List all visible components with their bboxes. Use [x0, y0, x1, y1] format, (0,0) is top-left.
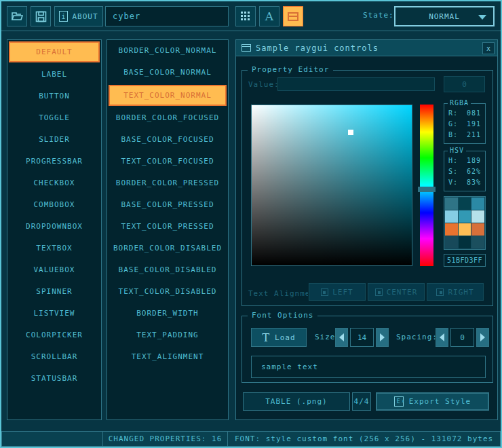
close-button[interactable]: x: [482, 42, 495, 54]
font-options-group: Font Options T Load Size: 14 Spacing: 0 …: [242, 316, 493, 383]
style-swatch-6[interactable]: [445, 223, 458, 236]
sample-text-input[interactable]: sample text: [251, 356, 486, 378]
color-picker-cursor[interactable]: [348, 130, 353, 135]
property-editor-group: Property Editor Value: 0 RGBA R:081 G:19…: [242, 70, 493, 306]
spacing-increase-button[interactable]: [476, 328, 489, 347]
control-item-label[interactable]: LABEL: [9, 64, 100, 86]
property-item-border_color_pressed[interactable]: BORDER_COLOR_PRESSED: [109, 172, 227, 194]
state-dropdown[interactable]: NORMAL: [394, 6, 495, 26]
style-swatch-1[interactable]: [459, 198, 471, 210]
s-value: 62%: [467, 166, 481, 177]
font-T-icon: T: [262, 331, 270, 344]
about-button[interactable]: i ABOUT: [54, 6, 103, 26]
align-right-button[interactable]: RIGHT: [427, 283, 484, 301]
spacing-value-box[interactable]: 0: [450, 328, 474, 347]
spacing-decrease-button[interactable]: [436, 328, 448, 347]
property-item-base_color_normal[interactable]: BASE_COLOR_NORMAL: [109, 62, 227, 83]
control-item-dropdownbox[interactable]: DROPDOWNBOX: [9, 216, 100, 238]
hue-slider-handle[interactable]: [418, 187, 436, 192]
r-value: 081: [467, 108, 481, 119]
control-item-slider[interactable]: SLIDER: [9, 129, 100, 151]
style-color-swatches: [444, 196, 486, 250]
value-spinner-text: 0: [462, 80, 467, 89]
controls-view-button[interactable]: [283, 6, 303, 26]
hue-bar[interactable]: [420, 105, 433, 266]
size-value: 14: [358, 333, 366, 342]
table-png-button[interactable]: TABLE (.png): [243, 392, 350, 411]
font-view-button[interactable]: A: [259, 6, 279, 26]
hex-color-field[interactable]: 51BFD3FF: [444, 254, 486, 267]
export-style-button[interactable]: E Export Style: [376, 392, 489, 411]
style-swatch-0[interactable]: [445, 198, 458, 210]
control-item-scrollbar[interactable]: SCROLLBAR: [9, 346, 100, 368]
property-item-text_color_normal[interactable]: TEXT_COLOR_NORMAL: [109, 85, 227, 106]
align-left-button[interactable]: LEFT: [309, 283, 366, 301]
style-swatch-5[interactable]: [471, 210, 484, 223]
g-value: 191: [467, 119, 481, 130]
align-center-button[interactable]: CENTER: [368, 283, 425, 301]
statusbar: CHANGED PROPERTIES: 16 FONT: style custo…: [1, 431, 501, 447]
property-item-border_color_disabled[interactable]: BORDER_COLOR_DISABLED: [109, 238, 227, 259]
window-titlebar-icon: [242, 44, 251, 52]
sample-text-value: sample text: [261, 362, 318, 371]
style-swatch-11[interactable]: [471, 236, 484, 248]
v-value: 83%: [467, 177, 481, 188]
control-item-combobox[interactable]: COMBOBOX: [9, 194, 100, 216]
table-png-label: TABLE (.png): [265, 397, 327, 406]
control-item-checkbox[interactable]: CHECKBOX: [9, 172, 100, 194]
property-item-text_color_disabled[interactable]: TEXT_COLOR_DISABLED: [109, 281, 227, 303]
align-right-icon: [436, 288, 444, 296]
property-item-text_alignment[interactable]: TEXT_ALIGNMENT: [109, 346, 227, 368]
style-swatch-9[interactable]: [445, 236, 458, 248]
export-icon: E: [394, 396, 404, 407]
chevron-right-icon: [380, 333, 385, 341]
property-item-border_width[interactable]: BORDER_WIDTH: [109, 303, 227, 324]
property-item-base_color_disabled[interactable]: BASE_COLOR_DISABLED: [109, 259, 227, 281]
style-swatch-10[interactable]: [459, 236, 471, 248]
value-spinner[interactable]: 0: [444, 76, 485, 92]
size-value-box[interactable]: 14: [350, 328, 374, 347]
property-item-base_color_pressed[interactable]: BASE_COLOR_PRESSED: [109, 194, 227, 216]
folder-open-icon: [11, 11, 23, 22]
style-swatch-2[interactable]: [471, 198, 484, 210]
property-item-base_color_focused[interactable]: BASE_COLOR_FOCUSED: [109, 129, 227, 151]
control-item-listview[interactable]: LISTVIEW: [9, 303, 100, 324]
style-swatch-8[interactable]: [471, 223, 484, 236]
spacing-label: Spacing:: [396, 333, 438, 341]
style-swatch-3[interactable]: [445, 210, 458, 223]
color-picker-panel[interactable]: [251, 105, 412, 266]
sample-window-titlebar[interactable]: Sample raygui controls: [236, 40, 497, 56]
property-item-text_color_focused[interactable]: TEXT_COLOR_FOCUSED: [109, 151, 227, 172]
control-item-progressbar[interactable]: PROGRESSBAR: [9, 151, 100, 172]
size-increase-button[interactable]: [376, 328, 389, 347]
chevron-left-icon: [339, 333, 344, 341]
control-item-valuebox[interactable]: VALUEBOX: [9, 259, 100, 281]
value-input[interactable]: [277, 77, 435, 91]
size-decrease-button[interactable]: [335, 328, 348, 347]
control-item-textbox[interactable]: TEXTBOX: [9, 238, 100, 259]
property-item-text_padding[interactable]: TEXT_PADDING: [109, 324, 227, 346]
style-swatch-4[interactable]: [459, 210, 471, 223]
control-item-default[interactable]: DEFAULT: [9, 41, 100, 62]
floppy-save-icon: [35, 11, 47, 22]
style-name-input[interactable]: cyber: [105, 6, 229, 26]
control-item-button[interactable]: BUTTON: [9, 86, 100, 107]
control-item-spinner[interactable]: SPINNER: [9, 281, 100, 303]
s-label: S:: [448, 166, 458, 177]
control-item-toggle[interactable]: TOGGLE: [9, 107, 100, 129]
save-style-button[interactable]: [31, 6, 51, 26]
property-item-border_color_focused[interactable]: BORDER_COLOR_FOCUSED: [109, 107, 227, 129]
v-label: V:: [448, 177, 458, 188]
control-item-statusbar[interactable]: STATUSBAR: [9, 368, 100, 390]
property-item-border_color_normal[interactable]: BORDER_COLOR_NORMAL: [109, 40, 227, 62]
control-item-colorpicker[interactable]: COLORPICKER: [9, 324, 100, 346]
align-button-label: CENTER: [387, 288, 418, 297]
rgba-label: RGBA: [448, 99, 471, 107]
close-icon: x: [486, 45, 490, 52]
style-swatch-7[interactable]: [459, 223, 471, 236]
open-style-button[interactable]: [7, 6, 27, 26]
style-table-view-button[interactable]: [235, 6, 256, 26]
load-font-button[interactable]: T Load: [251, 328, 307, 347]
property-item-text_color_pressed[interactable]: TEXT_COLOR_PRESSED: [109, 216, 227, 238]
controls-listview: DEFAULTLABELBUTTONTOGGLESLIDERPROGRESSBA…: [7, 39, 102, 420]
